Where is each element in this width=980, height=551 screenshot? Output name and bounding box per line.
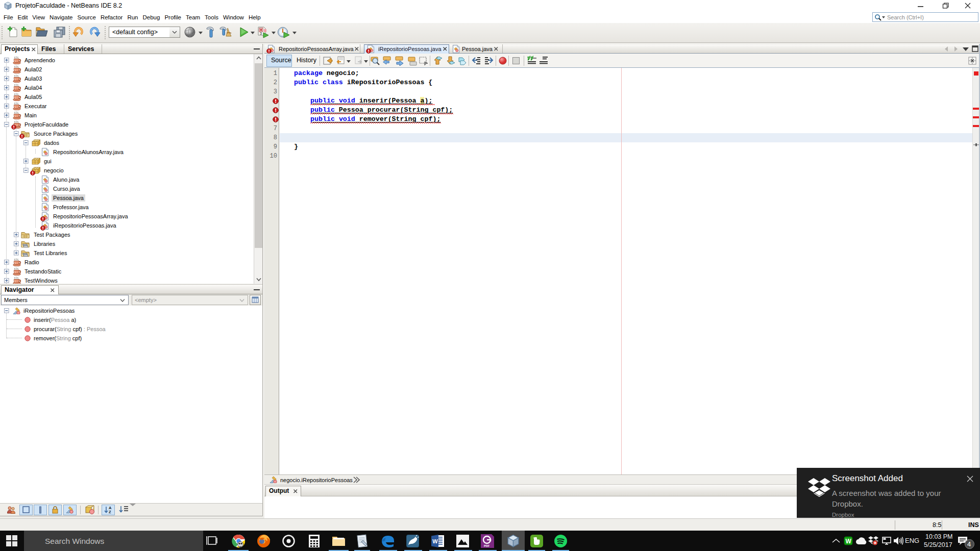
svg-text:Z: Z — [109, 510, 111, 514]
svg-text:PDF: PDF — [484, 544, 490, 547]
svg-text:W: W — [845, 538, 851, 545]
svg-text:3: 3 — [260, 32, 262, 35]
svg-text:W: W — [432, 538, 438, 544]
